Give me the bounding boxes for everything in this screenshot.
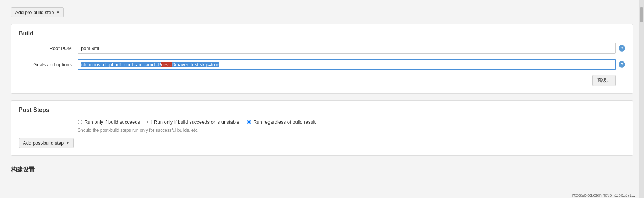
radio-run-unstable-label: Run only if build succeeds or is unstabl… bbox=[154, 119, 239, 125]
goals-input-wrapper[interactable]: clean install -pl bdf_boot -am -amd -Pde… bbox=[78, 59, 616, 70]
advanced-btn-row: 高级... bbox=[19, 75, 625, 86]
scrollbar-thumb[interactable] bbox=[640, 7, 643, 22]
pre-build-dropdown-arrow: ▼ bbox=[56, 10, 60, 14]
radio-run-success-input[interactable] bbox=[78, 120, 82, 124]
root-pom-help-icon[interactable]: ? bbox=[619, 45, 625, 52]
build-section-title: Build bbox=[19, 30, 625, 37]
radio-run-unstable-input[interactable] bbox=[147, 120, 152, 124]
post-build-area: Add post-build step ▼ bbox=[19, 138, 625, 148]
radio-run-always-input[interactable] bbox=[247, 120, 251, 124]
build-settings-title: 构建设置 bbox=[11, 166, 633, 174]
goals-options-label: Goals and options bbox=[19, 62, 78, 67]
add-pre-build-step-label: Add pre-build step bbox=[15, 10, 54, 15]
radio-run-always[interactable]: Run regardless of build result bbox=[247, 119, 316, 125]
radio-group: Run only if build succeeds Run only if b… bbox=[78, 119, 625, 125]
advanced-button[interactable]: 高级... bbox=[592, 75, 616, 86]
url-bar: https://blog.csdn.net/p_32bit1371... bbox=[571, 192, 637, 198]
goals-text-before: clean install -pl bdf_boot -am -amd -P bbox=[81, 62, 161, 67]
goals-options-control-wrapper: clean install -pl bdf_boot -am -amd -Pde… bbox=[78, 59, 625, 70]
radio-run-unstable[interactable]: Run only if build succeeds or is unstabl… bbox=[147, 119, 239, 125]
add-post-build-step-button[interactable]: Add post-build step ▼ bbox=[19, 138, 74, 148]
root-pom-input[interactable] bbox=[78, 43, 616, 54]
main-content: Add pre-build step ▼ Build Root POM ? Go… bbox=[0, 0, 644, 198]
add-post-build-step-label: Add post-build step bbox=[23, 140, 64, 146]
post-steps-section: Post Steps Run only if build succeeds Ru… bbox=[11, 100, 633, 156]
root-pom-row: Root POM ? bbox=[19, 43, 625, 54]
root-pom-label: Root POM bbox=[19, 46, 78, 51]
build-section: Build Root POM ? Goals and options clean… bbox=[11, 24, 633, 94]
goals-text-highlight: dev - bbox=[161, 62, 172, 67]
post-steps-title: Post Steps bbox=[19, 107, 625, 113]
scrollbar[interactable] bbox=[639, 0, 644, 198]
goals-options-help-icon[interactable]: ? bbox=[619, 61, 625, 68]
radio-run-success[interactable]: Run only if build succeeds bbox=[78, 119, 140, 125]
goals-text-after: Dmaven.test.skip=true bbox=[172, 62, 219, 67]
radio-run-always-label: Run regardless of build result bbox=[253, 119, 316, 125]
build-settings-section: 构建设置 bbox=[11, 162, 633, 183]
pre-build-area: Add pre-build step ▼ bbox=[11, 4, 633, 24]
root-pom-control-wrapper: ? bbox=[78, 43, 625, 54]
goals-options-row: Goals and options clean install -pl bdf_… bbox=[19, 59, 625, 70]
radio-run-success-label: Run only if build succeeds bbox=[84, 119, 140, 125]
add-pre-build-step-button[interactable]: Add pre-build step ▼ bbox=[11, 7, 64, 17]
post-steps-hint: Should the post-build steps run only for… bbox=[78, 128, 625, 133]
page-wrapper: Add pre-build step ▼ Build Root POM ? Go… bbox=[0, 0, 644, 198]
post-build-dropdown-arrow: ▼ bbox=[66, 141, 70, 145]
